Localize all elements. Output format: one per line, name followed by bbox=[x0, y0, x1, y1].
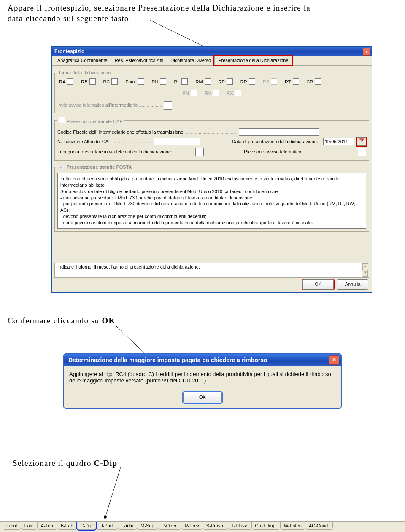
tab-rprev[interactable]: R-Prev bbox=[181, 522, 203, 530]
panel-body: Firma della dichiarazione RA RB RC Fam. … bbox=[52, 66, 372, 238]
calendar-icon[interactable]: 📅 bbox=[357, 137, 366, 146]
tab-accond[interactable]: AC-Cond. bbox=[305, 522, 333, 530]
invio-combo[interactable] bbox=[164, 101, 172, 110]
posta-group: ✓ Presentazione tramite POSTA Tutti i co… bbox=[54, 164, 369, 232]
check-rx: RX bbox=[227, 90, 241, 96]
tab-fam[interactable]: Fam bbox=[21, 522, 38, 530]
checks-row-2: RN RV RX bbox=[57, 89, 366, 97]
tab-msep[interactable]: M-Sep bbox=[137, 522, 158, 530]
date-label: Data di presentazione della dichiarazion… bbox=[232, 139, 321, 144]
tab-westeri[interactable]: W-Esteri bbox=[280, 522, 305, 530]
check-rb[interactable]: RB bbox=[81, 78, 95, 85]
status-text: Indicare il giorno, il mese, l'anno di p… bbox=[57, 264, 200, 269]
tab-dichiarante[interactable]: Dichiarante Diverso bbox=[167, 56, 215, 65]
check-rs: RS bbox=[263, 78, 277, 85]
window-title: Frontespizio x bbox=[52, 47, 372, 56]
frontespizio-window: Frontespizio x Anagrafica Contribuente R… bbox=[51, 46, 372, 293]
window-title-text: Frontespizio bbox=[54, 48, 84, 54]
tab-anagrafica[interactable]: Anagrafica Contribuente bbox=[54, 56, 111, 65]
impegno-combo[interactable] bbox=[195, 148, 204, 156]
check-rh[interactable]: RH bbox=[152, 78, 167, 85]
tab-sprosp[interactable]: S-Prosp. bbox=[202, 522, 228, 530]
instruction-line-2: data cliccando sul seguente tasto: bbox=[8, 14, 392, 23]
check-rv: RV bbox=[205, 90, 219, 96]
tab-presentazione[interactable]: Presentazione della Dichiarazione bbox=[214, 56, 292, 65]
cf-label: Codice Fiscale dell' Intermediario che e… bbox=[57, 129, 183, 134]
check-rc[interactable]: RC bbox=[103, 78, 118, 85]
firma-group: Firma della dichiarazione RA RB RC Fam. … bbox=[54, 70, 369, 113]
instruction-line-1: Appare il frontespizio, selezionare Pres… bbox=[8, 3, 392, 13]
top-tabs: Anagrafica Contribuente Res. Estero/Noti… bbox=[52, 56, 372, 66]
bottom-tabs: Front Fam A-Terr B-Fab C-Dip H-Part. L-A… bbox=[0, 521, 405, 532]
albo-input[interactable] bbox=[154, 138, 200, 145]
dialog-body: Aggiungere al rigo RC4 (quadro C) i redd… bbox=[64, 366, 341, 389]
firma-legend: Firma della dichiarazione bbox=[57, 70, 112, 75]
close-icon[interactable]: x bbox=[363, 48, 370, 56]
tab-cdip[interactable]: C-Dip bbox=[77, 522, 96, 530]
ricezione-combo[interactable] bbox=[358, 148, 366, 156]
cf-input[interactable] bbox=[239, 128, 319, 136]
dialog-ok-button[interactable]: OK bbox=[183, 392, 222, 403]
check-ra[interactable]: RA bbox=[59, 78, 73, 85]
tab-bfab[interactable]: B-Fab bbox=[57, 522, 77, 530]
invio-label: Invio avviso telematico all'intermediari… bbox=[57, 102, 138, 107]
tab-res-estero[interactable]: Res. Estero/Notifica Atti bbox=[111, 56, 167, 65]
tab-poneri[interactable]: P-Oneri bbox=[158, 522, 181, 530]
impegno-label: Impegno a presentare in via telematica l… bbox=[57, 149, 171, 154]
date-input[interactable]: 19/05/2011 bbox=[323, 138, 354, 145]
message-dialog: Determinazione della maggiore imposta pa… bbox=[63, 353, 342, 409]
scroll-down-icon[interactable]: ▾ bbox=[363, 270, 368, 277]
check-fam[interactable]: Fam. bbox=[125, 78, 144, 85]
status-scrollbar[interactable]: ▴ ▾ bbox=[362, 263, 369, 277]
tab-tplusv[interactable]: T-Plusv. bbox=[228, 522, 252, 530]
svg-line-4 bbox=[105, 467, 121, 519]
dialog-title: Determinazione della maggiore imposta pa… bbox=[64, 354, 341, 366]
posta-text: Tutti i contribuenti sono obbligati a pr… bbox=[57, 173, 366, 229]
cancel-button[interactable]: Annulla bbox=[337, 279, 368, 290]
caf-legend: Presentazione tramite CAF bbox=[67, 119, 122, 124]
instruction-line-3: Confermare cliccando su OK bbox=[8, 316, 392, 325]
check-rl[interactable]: RL bbox=[174, 78, 188, 85]
status-bar: Indicare il giorno, il mese, l'anno di p… bbox=[54, 263, 369, 278]
albo-label: N. Iscrizione Albo dei CAF bbox=[57, 139, 111, 144]
tab-aterr[interactable]: A-Terr bbox=[37, 522, 57, 530]
check-rm[interactable]: RM bbox=[195, 78, 211, 85]
instruction-line-4: Selezionare il quadro C-Dip bbox=[13, 459, 397, 468]
svg-marker-5 bbox=[104, 515, 107, 519]
check-cr[interactable]: CR bbox=[307, 78, 321, 85]
posta-legend: Presentazione tramite POSTA bbox=[67, 164, 132, 169]
tab-hpart[interactable]: H-Part. bbox=[96, 522, 118, 530]
check-rt[interactable]: RT bbox=[285, 78, 299, 85]
tab-front[interactable]: Front bbox=[3, 522, 21, 530]
close-icon[interactable]: × bbox=[329, 355, 339, 365]
check-rn: RN bbox=[182, 90, 197, 96]
scroll-up-icon[interactable]: ▴ bbox=[362, 263, 368, 270]
tab-credimp[interactable]: Cred. Imp. bbox=[251, 522, 281, 530]
check-rp[interactable]: RP bbox=[219, 78, 233, 85]
caf-group: Presentazione tramite CAF Codice Fiscale… bbox=[54, 117, 369, 161]
checks-row-1: RA RB RC Fam. RH RL RM RP RR RS RT CR bbox=[57, 78, 366, 86]
dialog-title-text: Determinazione della maggiore imposta pa… bbox=[68, 357, 267, 363]
ok-button[interactable]: OK bbox=[302, 279, 334, 290]
tab-laltri[interactable]: L-Altri bbox=[118, 522, 138, 530]
ricezione-label: Ricezione avviso telematico bbox=[244, 149, 301, 154]
check-rr[interactable]: RR bbox=[240, 78, 255, 85]
